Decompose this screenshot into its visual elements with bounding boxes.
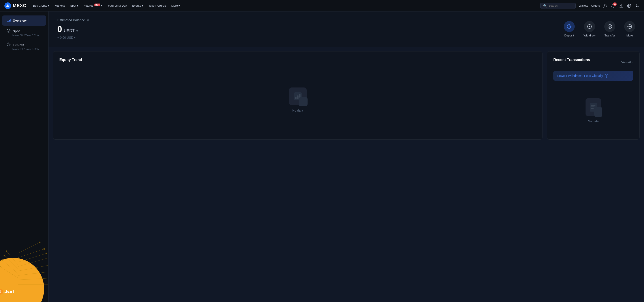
- sidebar-spot-label: Spot: [13, 29, 20, 33]
- nav-futures-mday[interactable]: Futures M-Day: [106, 3, 129, 9]
- equity-empty-icon: [289, 87, 307, 105]
- withdraw-button[interactable]: Withdraw: [584, 21, 596, 37]
- svg-rect-47: [297, 95, 298, 99]
- deposit-icon-wrap: [564, 21, 575, 32]
- sidebar-futures-sublabel: Maker 0% / Taker 0.02%: [12, 48, 42, 50]
- nav-spot[interactable]: Spot ▾: [68, 3, 80, 9]
- svg-rect-5: [7, 19, 10, 22]
- more-actions-icon-wrap: [624, 21, 635, 32]
- svg-point-2: [604, 4, 606, 6]
- svg-line-13: [18, 249, 44, 258]
- svg-point-32: [2, 259, 3, 261]
- balance-number: 0: [57, 25, 62, 34]
- svg-point-14: [44, 248, 45, 250]
- theme-toggle[interactable]: [635, 3, 640, 8]
- equity-title: Equity Trend: [59, 58, 536, 62]
- sidebar-overview-label: Overview: [13, 19, 26, 22]
- action-buttons: Deposit Withdraw: [564, 21, 635, 37]
- promo-text: Lowest Withdrawal Fees Globally i: [557, 74, 629, 78]
- balance-section: Estimated Balance 👁 0 USDT ▾ ≈ 0.00 USD …: [48, 12, 644, 47]
- notification-badge: 9+: [613, 3, 617, 6]
- equity-section: Equity Trend No data: [53, 51, 542, 140]
- nav-token-airdrop[interactable]: Token Airdrop: [146, 3, 168, 9]
- svg-line-11: [18, 242, 40, 253]
- search-input[interactable]: [548, 4, 573, 7]
- notification-icon[interactable]: 9+: [611, 3, 616, 8]
- svg-point-10: [8, 44, 9, 45]
- nav-wallets[interactable]: Wallets: [579, 4, 588, 7]
- svg-point-44: [630, 26, 631, 27]
- svg-point-12: [39, 242, 40, 243]
- svg-rect-50: [591, 105, 596, 106]
- balance-usd: ≈ 0.00 USD ▾: [57, 36, 76, 40]
- hide-balance-icon[interactable]: 👁: [87, 18, 90, 22]
- svg-line-17: [18, 258, 48, 267]
- download-icon[interactable]: [619, 3, 624, 8]
- search-box[interactable]: 🔍: [540, 3, 576, 9]
- svg-line-31: [2, 260, 18, 273]
- sidebar-item-spot[interactable]: Spot Maker 0% / Taker 0.02%: [2, 26, 46, 39]
- svg-line-23: [18, 278, 48, 280]
- svg-line-27: [6, 251, 18, 264]
- futures-icon: [6, 42, 10, 47]
- promo-info-icon: i: [605, 74, 608, 78]
- chevron-right-icon: ›: [632, 61, 633, 64]
- svg-line-15: [18, 253, 46, 262]
- main-content: Estimated Balance 👁 0 USDT ▾ ≈ 0.00 USD …: [48, 12, 644, 302]
- nav-orders[interactable]: Orders: [591, 4, 600, 7]
- logo-text: MEXC: [13, 3, 26, 8]
- nav-futures[interactable]: Futures HOT ▾: [82, 3, 105, 9]
- more-actions-button[interactable]: More: [624, 21, 635, 37]
- promo-banner[interactable]: Lowest Withdrawal Fees Globally i: [553, 71, 633, 81]
- upload-icon: [587, 24, 592, 29]
- nav-events[interactable]: Events ▾: [130, 3, 146, 9]
- chart-icon: [6, 29, 10, 34]
- svg-point-34: [0, 266, 1, 267]
- svg-point-40: [608, 25, 612, 29]
- svg-point-8: [8, 30, 9, 31]
- tx-no-data-text: No data: [588, 119, 598, 123]
- svg-point-43: [630, 26, 630, 27]
- dots-icon: [627, 24, 632, 29]
- svg-line-19: [18, 264, 48, 271]
- balance-currency-dropdown[interactable]: ▾: [76, 29, 78, 33]
- transfer-icon: [608, 24, 612, 29]
- user-icon[interactable]: [603, 3, 608, 8]
- logo[interactable]: MEXC: [4, 3, 26, 9]
- svg-point-7: [7, 29, 10, 33]
- svg-rect-46: [295, 97, 296, 99]
- language-icon[interactable]: [627, 3, 632, 8]
- deposit-label: Deposit: [564, 34, 574, 37]
- svg-rect-6: [9, 20, 10, 21]
- svg-text:₿: ₿: [0, 290, 1, 293]
- equity-no-data-area: No data: [59, 67, 536, 133]
- svg-text:ا نتخاب: ا نتخاب: [2, 290, 14, 294]
- search-icon: 🔍: [543, 4, 547, 8]
- svg-rect-51: [591, 106, 594, 107]
- lower-content: Equity Trend No data Re: [48, 47, 644, 144]
- sidebar: Overview Spot Maker 0% / Taker 0.02% Fut…: [0, 12, 48, 302]
- view-all-button[interactable]: View All ›: [621, 61, 633, 64]
- svg-point-36: [0, 289, 3, 294]
- svg-point-9: [7, 43, 10, 46]
- svg-point-42: [628, 26, 629, 27]
- nav-buy-crypto[interactable]: Buy Crypto ▾: [31, 3, 52, 9]
- top-navigation: MEXC Buy Crypto ▾ Markets Spot ▾ Futures…: [0, 0, 644, 12]
- transfer-button[interactable]: Transfer: [604, 21, 615, 37]
- sidebar-item-overview[interactable]: Overview: [2, 16, 46, 26]
- balance-label: Estimated Balance 👁: [57, 18, 90, 22]
- transfer-label: Transfer: [604, 34, 615, 37]
- deposit-button[interactable]: Deposit: [564, 21, 575, 37]
- svg-point-28: [6, 250, 7, 252]
- balance-usd-chevron[interactable]: ▾: [74, 36, 76, 39]
- nav-markets[interactable]: Markets: [52, 3, 67, 9]
- sidebar-spot-sublabel: Maker 0% / Taker 0.02%: [12, 34, 42, 37]
- nav-more[interactable]: More ▾: [169, 3, 182, 9]
- svg-rect-48: [299, 94, 300, 99]
- sidebar-item-futures[interactable]: Futures Maker 0% / Taker 0.02%: [2, 40, 46, 53]
- balance-info: Estimated Balance 👁 0 USDT ▾ ≈ 0.00 USD …: [57, 18, 90, 40]
- wallet-icon: [6, 18, 10, 23]
- balance-amount: 0 USDT ▾: [57, 25, 90, 34]
- more-actions-label: More: [626, 34, 633, 37]
- svg-point-16: [46, 253, 47, 254]
